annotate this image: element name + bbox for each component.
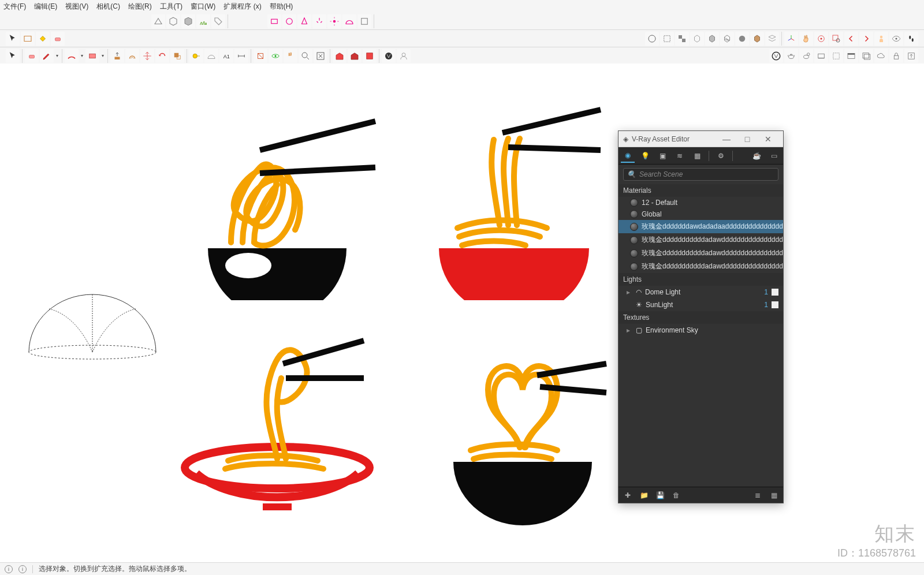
material-item-2[interactable]: 玫瑰金dddddddawdadadaaddddddddddddddddddd..…	[619, 220, 783, 233]
light-spot-icon[interactable]	[297, 14, 311, 28]
vray-tab-geometry-icon[interactable]: ▣	[655, 149, 669, 163]
pushpull-icon[interactable]	[110, 49, 124, 63]
menu-extensions[interactable]: 扩展程序 (x)	[223, 2, 261, 12]
pan-icon[interactable]	[284, 49, 297, 63]
checker-icon[interactable]	[675, 32, 689, 46]
select-arrow-icon[interactable]	[6, 32, 20, 46]
light-mesh-icon[interactable]	[357, 14, 371, 28]
cloud-icon[interactable]	[874, 49, 888, 63]
hand-icon[interactable]	[799, 32, 813, 46]
vray-tab-materials-icon[interactable]: ◉	[621, 149, 635, 163]
status-info1-icon[interactable]: i	[5, 565, 13, 573]
light-enable-checkbox[interactable]	[772, 289, 778, 296]
vray-framebuffer-icon[interactable]: ▭	[767, 149, 781, 163]
region-render-icon[interactable]	[829, 49, 843, 63]
shaded-cube-icon[interactable]	[705, 32, 719, 46]
expand-icon[interactable]: ▸	[627, 326, 632, 334]
menu-draw[interactable]: 绘图(R)	[128, 2, 152, 12]
vray-delete-icon[interactable]: 🗑	[670, 490, 682, 501]
arc-icon[interactable]	[65, 49, 79, 63]
rect-dropdown-icon[interactable]: ▾	[100, 53, 105, 58]
zoom-extents-icon[interactable]	[314, 49, 327, 63]
vray-logo-icon[interactable]	[382, 49, 396, 63]
style-icon-1[interactable]	[151, 14, 165, 28]
pencil-icon[interactable]	[40, 49, 54, 63]
eraser-icon[interactable]	[51, 32, 65, 46]
footsteps-icon[interactable]	[904, 32, 918, 46]
teapot-render-icon[interactable]	[784, 49, 798, 63]
user-icon[interactable]	[397, 49, 411, 63]
minimize-button[interactable]: —	[716, 135, 737, 144]
person-icon[interactable]	[874, 32, 888, 46]
texture-item-envsky[interactable]: ▸ ▢ Environment Sky	[619, 324, 783, 337]
viewport-render-icon[interactable]	[814, 49, 828, 63]
target-icon[interactable]	[814, 32, 828, 46]
material-item-4[interactable]: 玫瑰金dddddddddddadawdddddddddddddddddddd..…	[619, 247, 783, 260]
frame-buffer-icon[interactable]	[844, 49, 858, 63]
viewport[interactable]	[0, 64, 924, 562]
menu-view[interactable]: 视图(V)	[65, 2, 88, 12]
wire-cube-icon[interactable]	[690, 32, 704, 46]
material-item-3[interactable]: 玫瑰金dddddddddddadawddddddddddddddddadada.…	[619, 233, 783, 247]
paint-bucket-icon[interactable]	[36, 32, 50, 46]
light-dome-icon[interactable]	[342, 14, 356, 28]
light-item-sun[interactable]: ☀ SunLight 1	[619, 298, 783, 311]
menu-help[interactable]: 帮助(H)	[270, 2, 293, 12]
light-sphere-icon[interactable]	[282, 14, 296, 28]
tape-icon[interactable]	[189, 49, 203, 63]
prev-view-icon[interactable]	[844, 32, 858, 46]
ext-warehouse-icon[interactable]	[348, 49, 362, 63]
next-view-icon[interactable]	[859, 32, 873, 46]
vray-grid-icon[interactable]: ▦	[768, 490, 780, 501]
protractor-icon[interactable]	[204, 49, 218, 63]
hatch-cube-icon[interactable]	[720, 32, 734, 46]
vray-tab-render-icon[interactable]: ▦	[690, 149, 704, 163]
warehouse-icon[interactable]	[333, 49, 346, 63]
scale-icon[interactable]	[170, 49, 184, 63]
vray-folder-icon[interactable]: 📁	[638, 490, 650, 501]
eraser2-icon[interactable]	[25, 49, 39, 63]
light-ies-icon[interactable]	[312, 14, 326, 28]
material-item-1[interactable]: Global	[619, 208, 783, 220]
zoom-region-icon[interactable]	[829, 32, 843, 46]
close-button[interactable]: ✕	[758, 135, 778, 144]
light-rect-icon[interactable]	[267, 14, 281, 28]
orbit-icon[interactable]	[269, 49, 282, 63]
vray-tab-lights-icon[interactable]: 💡	[638, 149, 652, 163]
material-item-5[interactable]: 玫瑰金dddddddddddadawdddddddddddddddddddd..…	[619, 260, 783, 273]
arc-dropdown-icon[interactable]: ▾	[80, 53, 84, 58]
menu-file[interactable]: 文件(F)	[3, 2, 26, 12]
vray-tab-textures-icon[interactable]: ≋	[673, 149, 687, 163]
batch-render-icon[interactable]	[859, 49, 873, 63]
teapot-rt-icon[interactable]	[799, 49, 813, 63]
menu-camera[interactable]: 相机(C)	[96, 2, 120, 12]
expand-icon[interactable]: ▸	[627, 288, 632, 296]
cube-iso-icon[interactable]	[166, 14, 180, 28]
rect-icon[interactable]	[85, 49, 99, 63]
maximize-button[interactable]: □	[737, 135, 758, 144]
iso-icon[interactable]	[645, 32, 659, 46]
tag-icon[interactable]	[211, 14, 225, 28]
move-icon[interactable]	[140, 49, 154, 63]
vray-settings-icon[interactable]: ⚙	[714, 149, 728, 163]
light-enable-checkbox[interactable]	[772, 301, 778, 308]
text-icon[interactable]: A1	[219, 49, 233, 63]
section-icon[interactable]	[254, 49, 267, 63]
vray-save-icon[interactable]: 💾	[654, 490, 666, 501]
select-icon[interactable]	[6, 49, 20, 63]
light-item-dome[interactable]: ▸ ◠ Dome Light 1	[619, 286, 783, 298]
offset-icon[interactable]	[125, 49, 139, 63]
rotate-icon[interactable]	[155, 49, 169, 63]
cube-shaded-icon[interactable]	[181, 14, 195, 28]
menu-tools[interactable]: 工具(T)	[160, 2, 182, 12]
vray-teapot-icon[interactable]: ☕	[750, 149, 763, 163]
layers-icon[interactable]	[765, 32, 779, 46]
lock-icon[interactable]	[889, 49, 903, 63]
pencil-dropdown-icon[interactable]: ▾	[55, 53, 59, 58]
export-icon[interactable]	[904, 49, 918, 63]
vray-search-input[interactable]: 🔍 Search Scene	[623, 168, 778, 181]
vray-list-icon[interactable]: ≣	[752, 490, 763, 501]
menu-edit[interactable]: 编辑(E)	[34, 2, 57, 12]
vray-add-icon[interactable]: ✚	[622, 490, 634, 501]
grass-icon[interactable]	[196, 14, 210, 28]
